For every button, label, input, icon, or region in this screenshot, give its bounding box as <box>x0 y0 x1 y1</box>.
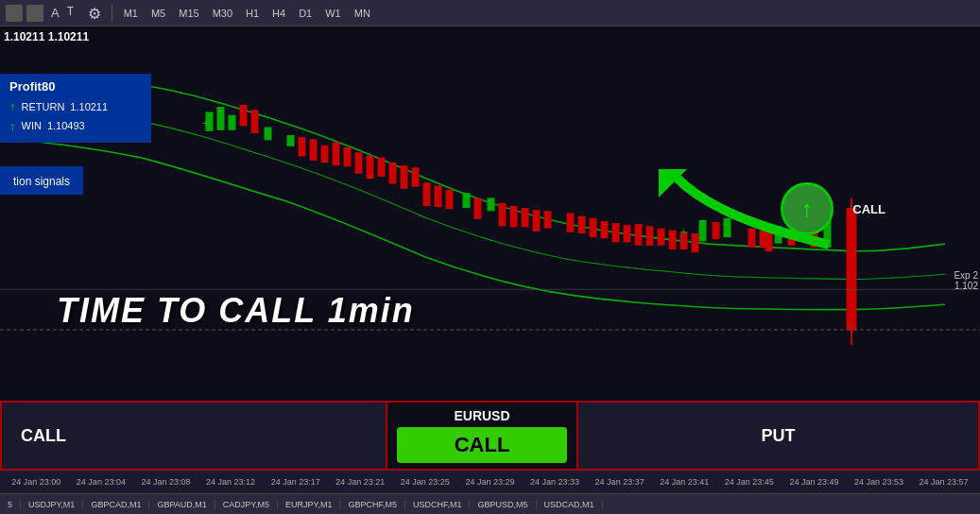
chart-area: + + + 1.10211 1.10211 Profit80 ↑ RETURN … <box>0 26 980 401</box>
panel-call-section: CALL <box>0 401 387 471</box>
tf-m15[interactable]: M15 <box>174 7 203 20</box>
panel-call-label: CALL <box>21 426 66 446</box>
call-button[interactable]: CALL <box>397 427 567 463</box>
symbol-item: 5 <box>0 500 21 509</box>
symbol-item: EURJPY,M1 <box>278 500 340 509</box>
svg-rect-13 <box>251 111 258 133</box>
exp-text: Exp 2 <box>954 270 978 281</box>
time-tick: 24 Jan 23:53 <box>847 477 912 487</box>
svg-rect-29 <box>499 203 506 226</box>
symbol-item: GBPAUD,M1 <box>149 500 215 509</box>
tf-h4[interactable]: H4 <box>267 7 290 20</box>
svg-rect-52 <box>847 209 856 330</box>
svg-rect-32 <box>533 211 540 231</box>
svg-rect-23 <box>401 166 407 189</box>
svg-rect-17 <box>333 143 339 165</box>
svg-rect-41 <box>646 227 653 245</box>
time-tick: 24 Jan 23:04 <box>69 477 134 487</box>
svg-rect-12 <box>240 105 247 125</box>
win-value: 1.10493 <box>47 118 85 135</box>
toolbar-icon-1[interactable] <box>6 5 23 22</box>
svg-rect-38 <box>612 224 619 242</box>
tf-h1[interactable]: H1 <box>241 7 264 20</box>
toolbar-icon-2[interactable] <box>26 5 43 22</box>
symbol-item: GBPCAD,M1 <box>83 500 149 509</box>
tf-w1[interactable]: W1 <box>320 7 346 20</box>
svg-rect-14 <box>299 138 305 156</box>
symbol-item: CADJPY,M5 <box>215 500 278 509</box>
toolbar-icon-3[interactable]: T <box>67 5 84 22</box>
time-tick: 24 Jan 23:21 <box>328 477 393 487</box>
circle-up-arrow-icon: ↑ <box>801 196 813 222</box>
profit-title: Profit80 <box>9 79 142 94</box>
svg-rect-37 <box>601 222 608 238</box>
svg-rect-35 <box>578 216 585 232</box>
toolbar-sep-1 <box>112 5 112 22</box>
svg-rect-27 <box>446 190 453 208</box>
svg-rect-26 <box>435 186 441 206</box>
svg-rect-6 <box>488 198 494 211</box>
svg-rect-24 <box>412 168 419 186</box>
svg-rect-39 <box>624 226 630 242</box>
time-tick: 24 Jan 23:41 <box>652 477 717 487</box>
symbol-item: GBPUSD,M5 <box>470 500 536 509</box>
tf-m5[interactable]: M5 <box>146 7 170 20</box>
pair-label: EURUSD <box>454 404 509 423</box>
call-near-label: CALL <box>852 202 885 216</box>
svg-rect-3 <box>265 128 271 140</box>
signal-box: tion signals <box>0 166 83 195</box>
signal-text: tion signals <box>13 175 70 188</box>
return-label: RETURN <box>22 99 65 116</box>
svg-rect-2 <box>229 115 235 129</box>
panel-put-section: PUT <box>576 401 980 471</box>
panel-put-label: PUT <box>762 426 796 446</box>
profit-win-row: ↑ WIN 1.10493 <box>9 117 142 137</box>
tf-m30[interactable]: M30 <box>208 7 237 20</box>
svg-rect-28 <box>474 198 481 218</box>
svg-text:+: + <box>202 117 209 130</box>
time-tick: 24 Jan 23:12 <box>198 477 264 487</box>
panel-center-section: EURUSD CALL <box>387 401 576 471</box>
symbol-item: GBPCHF,M5 <box>340 500 405 509</box>
time-tick: 24 Jan 23:45 <box>717 477 782 487</box>
toolbar-label-a: A <box>47 6 63 20</box>
bottom-signal-panel: CALL EURUSD CALL PUT <box>0 401 980 471</box>
toolbar-icon-4[interactable]: ⚙ <box>88 5 105 22</box>
time-tick: 24 Jan 23:25 <box>393 477 458 487</box>
time-tick: 24 Jan 23:29 <box>457 477 523 487</box>
exp-label: Exp 2 1.102 <box>954 270 978 291</box>
tf-d1[interactable]: D1 <box>294 7 317 20</box>
svg-rect-1 <box>217 108 224 130</box>
time-tick: 24 Jan 23:49 <box>782 477 847 487</box>
tf-m1[interactable]: M1 <box>119 7 143 20</box>
profit-box: Profit80 ↑ RETURN 1.10211 ↑ WIN 1.10493 <box>0 74 151 143</box>
time-tick: 24 Jan 23:00 <box>4 477 69 487</box>
signal-circle: ↑ <box>781 182 834 235</box>
win-label: WIN <box>22 118 42 135</box>
toolbar: A T ⚙ M1 M5 M15 M30 H1 H4 D1 W1 MN <box>0 0 980 26</box>
time-tick: 24 Jan 23:08 <box>133 477 198 487</box>
svg-rect-25 <box>423 183 430 206</box>
symbol-item: USDCAD,M1 <box>537 500 603 509</box>
symbol-bar: 5USDJPY,M1GBPCAD,M1GBPAUD,M1CADJPY,M5EUR… <box>0 493 980 514</box>
time-tick: 24 Jan 23:17 <box>263 477 328 487</box>
exp-price: 1.102 <box>954 281 978 291</box>
time-to-call-text: TIME TO CALL 1min <box>57 291 415 331</box>
svg-rect-22 <box>389 163 396 182</box>
svg-rect-21 <box>378 158 385 176</box>
price-label: 1.10211 1.10211 <box>4 30 89 43</box>
tf-mn[interactable]: MN <box>350 7 375 20</box>
svg-rect-36 <box>590 218 596 236</box>
time-axis: 24 Jan 23:0024 Jan 23:0424 Jan 23:0824 J… <box>0 471 980 493</box>
time-tick: 24 Jan 23:57 <box>911 477 976 487</box>
svg-rect-30 <box>510 207 517 227</box>
profit-return-row: ↑ RETURN 1.10211 <box>9 97 142 117</box>
svg-rect-4 <box>287 136 294 146</box>
svg-rect-19 <box>355 153 362 173</box>
symbol-item: USDJPY,M1 <box>21 500 83 509</box>
return-value: 1.10211 <box>70 99 108 116</box>
svg-rect-5 <box>463 194 470 208</box>
win-arrow-icon: ↑ <box>9 117 16 137</box>
svg-rect-40 <box>635 225 642 245</box>
time-tick: 24 Jan 23:33 <box>523 477 588 487</box>
